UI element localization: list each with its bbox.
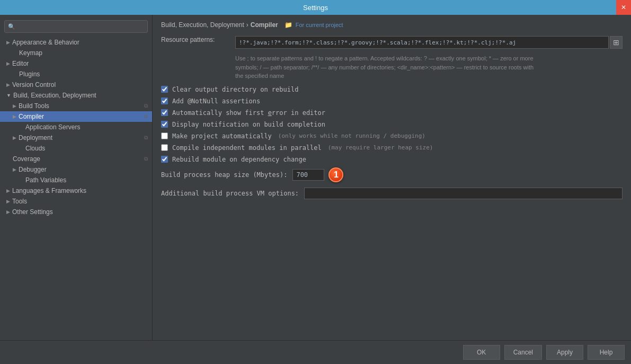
sidebar-item-label: Debugger: [19, 166, 47, 173]
arrow-icon: ▼: [6, 93, 11, 98]
sidebar-item-appearance-behavior[interactable]: ▶ Appearance & Behavior: [0, 37, 152, 48]
bottom-bar: OK Cancel Apply Help: [0, 340, 631, 364]
checkbox-rebuild-module: Rebuild module on dependency change: [161, 156, 623, 163]
sidebar-item-label: Languages & Frameworks: [12, 187, 86, 194]
display-notification-checkbox[interactable]: [161, 121, 168, 128]
vm-options-label: Additional build process VM options:: [161, 190, 299, 197]
search-icon: 🔍: [8, 23, 15, 30]
vm-options-input[interactable]: [304, 188, 623, 199]
dialog-title: Settings: [303, 4, 328, 12]
sidebar-item-application-servers[interactable]: Application Servers: [0, 122, 152, 132]
make-project-auto-checkbox[interactable]: [161, 132, 168, 139]
breadcrumb-separator: ›: [246, 21, 248, 29]
add-notnull-label: Add @NotNull assertions: [172, 97, 260, 105]
heap-size-input[interactable]: [292, 169, 324, 181]
checkbox-display-notification: Display notification on build completion: [161, 121, 623, 128]
close-button[interactable]: ✕: [616, 0, 631, 15]
sidebar-item-debugger[interactable]: ▶ Debugger: [0, 164, 152, 175]
breadcrumb-path: Build, Execution, Deployment: [161, 21, 244, 29]
apply-button[interactable]: Apply: [546, 345, 583, 360]
vm-options-row: Additional build process VM options:: [161, 188, 623, 199]
help-button[interactable]: Help: [588, 345, 625, 360]
make-project-auto-label: Make project automatically: [172, 132, 272, 140]
arrow-icon: ▶: [13, 135, 16, 140]
heap-size-row: Build process heap size (Mbytes): 1: [161, 167, 623, 182]
breadcrumb: Build, Execution, Deployment › Compiler …: [161, 21, 623, 29]
arrow-icon: ▶: [13, 114, 16, 119]
checkbox-compile-independent: Compile independent modules in parallel …: [161, 144, 623, 152]
sidebar-item-label: Deployment: [19, 134, 52, 141]
sidebar-item-tools[interactable]: ▶ Tools: [0, 196, 152, 207]
arrow-icon: ▶: [13, 103, 16, 109]
sidebar-item-version-control[interactable]: ▶ Version Control: [0, 79, 152, 90]
sidebar-item-label: Keymap: [19, 49, 42, 57]
sidebar-item-label: Plugins: [19, 70, 40, 78]
checkbox-clear-output: Clear output directory on rebuild: [161, 86, 623, 93]
compile-independent-label: Compile independent modules in parallel: [172, 144, 322, 152]
for-project-label[interactable]: For current project: [296, 22, 343, 28]
sidebar-item-label: Build, Execution, Deployment: [13, 92, 96, 99]
sidebar-item-editor[interactable]: ▶ Editor: [0, 58, 152, 69]
arrow-icon: ▶: [6, 199, 10, 204]
main-container: 🔍 ▶ Appearance & Behavior Keymap ▶ Edito…: [0, 15, 631, 340]
checkbox-show-first-error: Automatically show first error in editor: [161, 109, 623, 117]
sidebar-item-keymap[interactable]: Keymap: [0, 48, 152, 58]
arrow-icon: ▶: [6, 209, 10, 215]
sidebar-item-label: Application Servers: [25, 123, 80, 131]
copy-icon: ⧉: [144, 156, 148, 162]
clear-output-checkbox[interactable]: [161, 86, 168, 93]
breadcrumb-current: Compiler: [251, 21, 278, 29]
rebuild-module-checkbox[interactable]: [161, 156, 168, 163]
cancel-button[interactable]: Cancel: [504, 345, 542, 360]
content-area: Build, Execution, Deployment › Compiler …: [153, 15, 631, 340]
copy-icon: ⧉: [144, 113, 148, 120]
sidebar-item-path-variables[interactable]: Path Variables: [0, 175, 152, 185]
resource-patterns-row: Resource patterns: ⊞: [161, 36, 623, 49]
arrow-icon: ▶: [6, 82, 10, 87]
sidebar-item-clouds[interactable]: Clouds: [0, 143, 152, 154]
search-box[interactable]: 🔍: [4, 20, 148, 33]
make-project-auto-note: (only works while not running / debuggin…: [278, 132, 425, 139]
sidebar-item-other-settings[interactable]: ▶ Other Settings: [0, 207, 152, 217]
sidebar-item-languages-frameworks[interactable]: ▶ Languages & Frameworks: [0, 185, 152, 196]
sidebar-item-label: Coverage: [13, 155, 40, 163]
arrow-icon: ▶: [6, 61, 10, 66]
sidebar-item-label: Compiler: [19, 113, 44, 120]
title-bar: Settings ✕: [0, 0, 631, 15]
sidebar-item-label: Version Control: [12, 81, 56, 88]
badge-1: 1: [328, 167, 343, 182]
sidebar-item-build-execution-deployment[interactable]: ▼ Build, Execution, Deployment: [0, 90, 152, 101]
arrow-icon: ▶: [13, 167, 16, 172]
arrow-icon: ▶: [6, 40, 10, 45]
resource-patterns-expand-button[interactable]: ⊞: [610, 36, 623, 49]
sidebar-item-compiler[interactable]: ▶ Compiler ⧉: [0, 111, 152, 122]
resource-patterns-input[interactable]: [235, 36, 609, 49]
sidebar-item-label: Path Variables: [25, 176, 66, 184]
heap-size-label: Build process heap size (Mbytes):: [161, 171, 287, 179]
search-input[interactable]: [17, 23, 144, 30]
sidebar-item-label: Other Settings: [12, 208, 53, 216]
clear-output-label: Clear output directory on rebuild: [172, 86, 298, 93]
copy-icon: ⧉: [144, 103, 148, 109]
compile-independent-checkbox[interactable]: [161, 144, 168, 151]
sidebar-item-label: Build Tools: [19, 102, 49, 110]
checkbox-make-project-auto: Make project automatically (only works w…: [161, 132, 623, 140]
sidebar-item-deployment[interactable]: ▶ Deployment ⧉: [0, 132, 152, 143]
show-first-error-label: Automatically show first error in editor: [172, 109, 325, 117]
sidebar: 🔍 ▶ Appearance & Behavior Keymap ▶ Edito…: [0, 15, 153, 340]
show-first-error-checkbox[interactable]: [161, 109, 168, 116]
sidebar-item-label: Clouds: [25, 145, 45, 152]
sidebar-item-label: Editor: [12, 60, 29, 67]
checkbox-add-notnull: Add @NotNull assertions: [161, 97, 623, 105]
ok-button[interactable]: OK: [463, 345, 500, 360]
sidebar-item-build-tools[interactable]: ▶ Build Tools ⧉: [0, 101, 152, 111]
sidebar-item-coverage[interactable]: Coverage ⧉: [0, 154, 152, 164]
arrow-icon: ▶: [6, 188, 10, 193]
resource-patterns-label: Resource patterns:: [161, 36, 235, 43]
copy-icon: ⧉: [144, 135, 148, 141]
sidebar-item-plugins[interactable]: Plugins: [0, 69, 152, 79]
rebuild-module-label: Rebuild module on dependency change: [172, 156, 306, 163]
folder-icon: 📁: [285, 21, 292, 29]
display-notification-label: Display notification on build completion: [172, 121, 325, 128]
add-notnull-checkbox[interactable]: [161, 97, 168, 104]
